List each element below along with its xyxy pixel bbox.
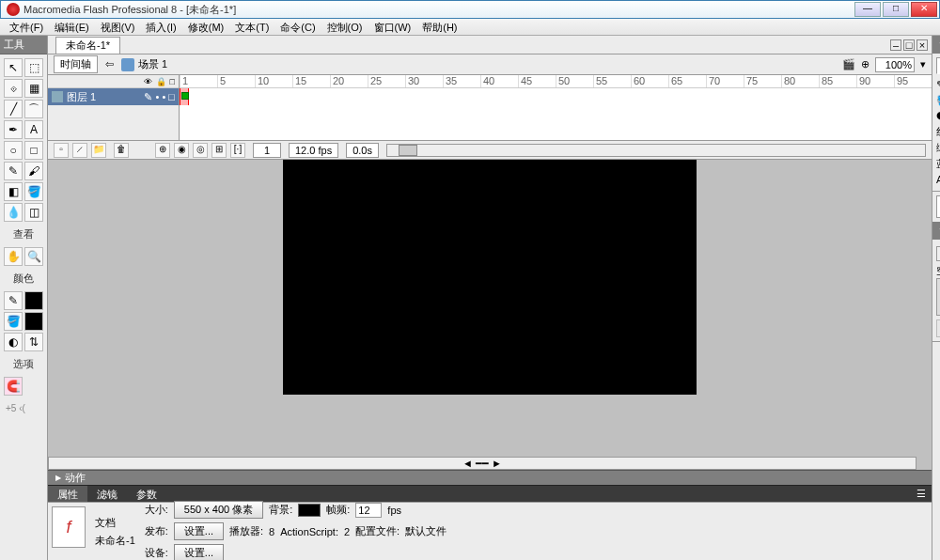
- subselection-tool-icon[interactable]: ⬚: [24, 58, 43, 77]
- oval-tool-icon[interactable]: ○: [4, 141, 23, 160]
- tab-properties[interactable]: 属性: [48, 486, 87, 502]
- stroke-swatch[interactable]: [24, 291, 43, 310]
- snap-option-icon[interactable]: 🧲: [4, 377, 23, 396]
- doc-close-icon[interactable]: ×: [916, 39, 928, 51]
- maximize-button[interactable]: □: [883, 2, 909, 17]
- library-columns[interactable]: 名称 类型: [936, 319, 940, 337]
- close-button[interactable]: ✕: [911, 2, 937, 17]
- actions-panel-header[interactable]: 动作: [48, 470, 932, 485]
- panel-menu-icon[interactable]: ☰: [911, 486, 932, 502]
- swap-colors-icon[interactable]: ⇅: [24, 333, 43, 351]
- selection-tool-icon[interactable]: ↖: [4, 58, 23, 77]
- as-label: ActionScript:: [280, 526, 338, 537]
- menu-window[interactable]: 窗口(W): [368, 19, 417, 35]
- text-tool-icon[interactable]: A: [24, 120, 43, 139]
- brush-tool-icon[interactable]: 🖌: [24, 162, 43, 180]
- fill-icon[interactable]: 🪣: [936, 95, 940, 107]
- menu-modify[interactable]: 修改(M): [182, 19, 230, 35]
- fps-display: 12.0 fps: [289, 143, 338, 158]
- onion-markers-icon[interactable]: [·]: [230, 143, 245, 158]
- center-frame-icon[interactable]: ⊕: [155, 143, 170, 158]
- delete-layer-icon[interactable]: 🗑: [114, 143, 129, 158]
- minimize-button[interactable]: —: [854, 2, 881, 17]
- outline-icon[interactable]: □: [170, 77, 175, 86]
- edit-multiple-icon[interactable]: ⊞: [212, 143, 227, 158]
- actions-title: 动作: [65, 471, 86, 485]
- menu-view[interactable]: 视图(V): [95, 19, 141, 35]
- library-panel-header[interactable]: 库 - 未命名-1 ☰: [932, 222, 940, 240]
- timeline-toggle-button[interactable]: 时间轴: [54, 55, 98, 73]
- menu-text[interactable]: 文本(T): [229, 19, 274, 35]
- zoom-tool-icon[interactable]: 🔍: [24, 247, 43, 266]
- size-button[interactable]: 550 x 400 像素: [174, 501, 263, 519]
- zoom-input[interactable]: [875, 57, 915, 72]
- tab-parameters[interactable]: 参数: [127, 486, 166, 502]
- stage-canvas[interactable]: [283, 160, 697, 395]
- menu-edit[interactable]: 编辑(E): [49, 19, 95, 35]
- eraser-tool-icon[interactable]: ◫: [24, 203, 43, 222]
- document-type-icon: f: [52, 506, 86, 548]
- layer-row[interactable]: 图层 1 ✎ • • □: [48, 88, 179, 105]
- edit-symbol-icon[interactable]: ⊕: [861, 58, 870, 70]
- library-doc-select[interactable]: 未命名-1: [936, 246, 940, 261]
- gradient-tool-icon[interactable]: ▦: [24, 79, 43, 98]
- horizontal-scrollbar[interactable]: ◄ ━━ ►: [48, 457, 916, 470]
- profile-label: 配置文件:: [355, 524, 400, 538]
- publish-label: 发布:: [145, 524, 168, 538]
- insert-folder-icon[interactable]: 📁: [91, 143, 106, 158]
- bw-toggle-icon[interactable]: ◐: [936, 109, 940, 121]
- frame-ruler[interactable]: 15101520253035404550556065707580859095: [180, 75, 932, 88]
- fps-input[interactable]: [355, 503, 382, 518]
- hand-tool-icon[interactable]: ✋: [4, 247, 23, 266]
- fps-unit: fps: [387, 505, 401, 516]
- ink-bottle-tool-icon[interactable]: ◧: [4, 182, 23, 201]
- timeline-scrollbar[interactable]: [386, 144, 926, 157]
- paint-bucket-tool-icon[interactable]: 🪣: [24, 182, 43, 201]
- background-color-swatch[interactable]: [298, 504, 321, 517]
- app-icon: [7, 3, 20, 16]
- insert-layer-icon[interactable]: ▫: [54, 143, 69, 158]
- show-hide-icon[interactable]: 👁: [144, 77, 152, 86]
- eyedropper-tool-icon[interactable]: 💧: [4, 203, 23, 222]
- lock-icon[interactable]: 🔒: [156, 77, 166, 86]
- back-icon[interactable]: ⇦: [105, 58, 114, 70]
- edit-scene-icon[interactable]: 🎬: [842, 58, 855, 70]
- stroke-color-icon[interactable]: ✎: [4, 291, 23, 310]
- doc-restore-icon[interactable]: □: [903, 39, 915, 51]
- bw-icon[interactable]: ◐: [4, 333, 23, 351]
- fill-color-icon[interactable]: 🪣: [4, 312, 23, 331]
- device-settings-button[interactable]: 设置...: [174, 544, 224, 560]
- keyframe-icon[interactable]: [181, 92, 189, 100]
- pencil-tool-icon[interactable]: ✎: [4, 162, 23, 180]
- menu-commands[interactable]: 命令(C): [274, 19, 321, 35]
- onion-outline-icon[interactable]: ◎: [193, 143, 208, 158]
- size-label: 大小:: [145, 503, 168, 517]
- free-transform-tool-icon[interactable]: ⟐: [4, 79, 23, 98]
- menu-control[interactable]: 控制(O): [321, 19, 368, 35]
- zoom-dropdown-icon[interactable]: ▾: [920, 58, 926, 70]
- menu-insert[interactable]: 插入(I): [140, 19, 181, 35]
- onion-skin-icon[interactable]: ◉: [174, 143, 189, 158]
- line-tool-icon[interactable]: ╱: [4, 100, 23, 118]
- tab-filters[interactable]: 滤镜: [87, 486, 127, 502]
- stage-area[interactable]: ◄ ━━ ►: [48, 160, 932, 470]
- toolbox-panel: 工具 ↖ ⬚ ⟐ ▦ ╱ ⌒ ✒ A ○ □ ✎ 🖌 ◧ 🪣 💧 ◫ 查看 ✋ …: [0, 36, 48, 560]
- menu-help[interactable]: 帮助(H): [416, 19, 462, 35]
- insert-guide-icon[interactable]: ⟋: [72, 143, 87, 158]
- current-frame-input[interactable]: [253, 143, 281, 158]
- color-panel-header[interactable]: 颜色 ☰: [932, 36, 940, 54]
- scene-name[interactable]: 场景 1: [138, 57, 167, 71]
- frame-track[interactable]: [180, 88, 932, 105]
- doc-minimize-icon[interactable]: –: [890, 39, 901, 51]
- menu-file[interactable]: 文件(F): [4, 19, 49, 35]
- tab-mixer[interactable]: 混色器: [936, 57, 940, 74]
- document-tab[interactable]: 未命名-1*: [55, 37, 120, 54]
- doc-type-label: 文档: [95, 516, 135, 530]
- publish-settings-button[interactable]: 设置...: [174, 522, 224, 540]
- lasso-tool-icon[interactable]: ⌒: [24, 100, 43, 118]
- profile-value: 默认文件: [405, 524, 446, 538]
- stroke-icon[interactable]: ✎: [936, 79, 940, 91]
- fill-swatch[interactable]: [24, 312, 43, 331]
- pen-tool-icon[interactable]: ✒: [4, 120, 23, 139]
- rectangle-tool-icon[interactable]: □: [24, 141, 43, 160]
